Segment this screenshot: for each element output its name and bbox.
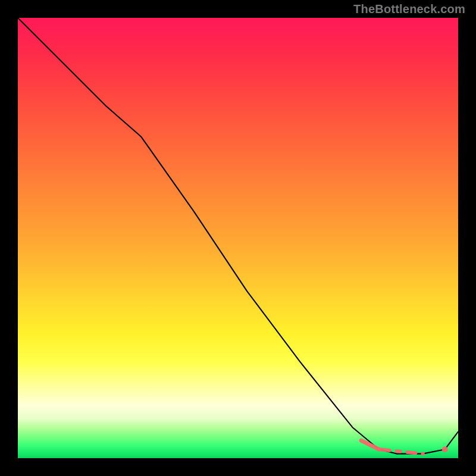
main-curve-line <box>18 18 458 454</box>
marker-dashed-segment <box>379 449 423 453</box>
chart-stage: TheBottleneck.com <box>0 0 476 476</box>
plot-area <box>18 18 458 458</box>
marker-dot <box>442 446 448 452</box>
chart-svg <box>18 18 458 458</box>
watermark-text: TheBottleneck.com <box>353 2 465 16</box>
